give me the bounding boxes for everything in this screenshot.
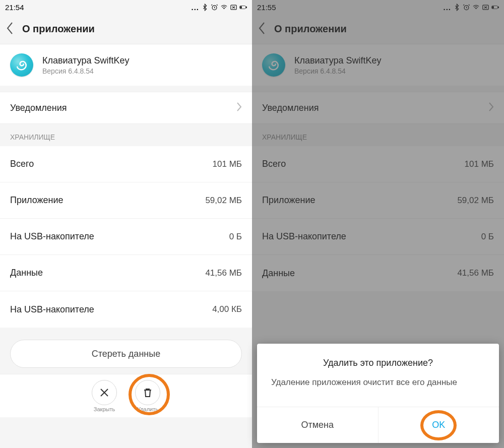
dialog-message: Удаление приложения очистит все его данн… (257, 376, 499, 407)
swiftkey-swirl-icon (14, 57, 29, 73)
app-info-card: Клавиатура SwiftKey Версия 6.4.8.54 (0, 44, 252, 86)
storage-row-usb1: На USB-накопителе 0 Б (0, 219, 252, 255)
battery-icon (239, 4, 247, 11)
header: О приложении (0, 14, 252, 44)
dialog-title: Удалить это приложение? (257, 344, 499, 376)
storage-row-data: Данные 41,56 МБ (0, 255, 252, 291)
storage-value: 0 Б (229, 232, 242, 242)
alarm-icon (211, 4, 218, 11)
page-title: О приложении (22, 23, 95, 35)
separator (0, 86, 252, 92)
notifications-row[interactable]: Уведомления (0, 92, 252, 124)
uninstall-dialog: Удалить это приложение? Удаление приложе… (257, 344, 499, 443)
delete-label: Удалить (137, 406, 158, 412)
storage-label: Данные (10, 268, 43, 278)
close-action[interactable]: Закрыть (92, 380, 117, 412)
trash-icon (142, 387, 153, 398)
storage-label: Приложение (10, 195, 64, 206)
storage-value: 4,00 КБ (212, 304, 242, 314)
bluetooth-icon (201, 4, 209, 11)
app-icon (10, 53, 33, 77)
dialog-buttons: Отмена OK (257, 407, 499, 443)
app-text: Клавиатура SwiftKey Версия 6.4.8.54 (42, 55, 130, 75)
storage-row-app: Приложение 59,02 МБ (0, 182, 252, 219)
dismiss-box-icon (230, 4, 237, 11)
storage-label: На USB-накопителе (10, 231, 94, 242)
signal-dots: ... (191, 3, 199, 12)
storage-label: На USB-накопителе (10, 304, 94, 315)
dialog-cancel-button[interactable]: Отмена (257, 407, 379, 443)
back-button[interactable] (6, 22, 14, 37)
footer-area: Стереть данные (0, 328, 252, 374)
storage-label: Всего (10, 159, 34, 169)
status-bar: 21:54 ... (0, 0, 252, 14)
screen-left: 21:54 ... О приложении Клавиатура SwiftK… (0, 0, 252, 448)
screen-right: 21:55 ... О приложении Клавиатура SwiftK… (252, 0, 504, 448)
wifi-icon (220, 4, 228, 11)
storage-row-usb2: На USB-накопителе 4,00 КБ (0, 291, 252, 328)
storage-value: 41,56 МБ (205, 268, 242, 278)
dialog-ok-label: OK (432, 420, 445, 430)
bottom-actions: Закрыть Удалить (0, 374, 252, 417)
notifications-label: Уведомления (10, 103, 67, 113)
app-name: Клавиатура SwiftKey (42, 55, 130, 66)
app-version: Версия 6.4.8.54 (42, 67, 130, 75)
clear-data-button[interactable]: Стереть данные (10, 340, 242, 368)
storage-section-label: ХРАНИЛИЩЕ (0, 124, 252, 146)
delete-action[interactable]: Удалить (135, 380, 160, 412)
close-label: Закрыть (94, 406, 115, 412)
dialog-ok-button[interactable]: OK (379, 407, 499, 443)
svg-rect-4 (240, 6, 242, 8)
status-time: 21:54 (5, 3, 24, 12)
storage-value: 101 МБ (213, 159, 242, 169)
status-icons: ... (191, 3, 247, 12)
chevron-right-icon (236, 102, 242, 114)
close-icon (99, 387, 110, 398)
storage-row-total: Всего 101 МБ (0, 146, 252, 182)
svg-rect-3 (246, 7, 247, 8)
storage-list: Всего 101 МБ Приложение 59,02 МБ На USB-… (0, 146, 252, 328)
storage-value: 59,02 МБ (205, 196, 242, 206)
